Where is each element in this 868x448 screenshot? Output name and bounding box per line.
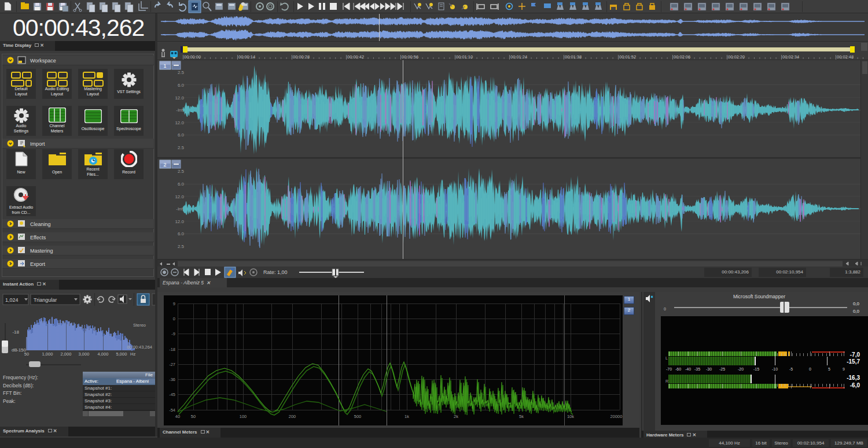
svg-text:5,000: 5,000 (116, 351, 127, 357)
svg-text:6.0: 6.0 (178, 83, 185, 88)
svg-text:00:00:56: 00:00:56 (402, 54, 418, 60)
svg-text:2,000: 2,000 (61, 351, 72, 357)
svg-text:00:01:38: 00:01:38 (565, 54, 582, 60)
svg-text:-25: -25 (719, 367, 725, 371)
svg-text:1: 1 (163, 63, 166, 69)
svg-text:0,0: 0,0 (853, 301, 860, 306)
svg-text:200: 200 (289, 414, 296, 419)
svg-text:4,000: 4,000 (98, 351, 109, 357)
svg-text:50: 50 (24, 351, 29, 357)
svg-text:500: 500 (354, 414, 362, 419)
svg-text:20000: 20000 (610, 414, 623, 419)
svg-text:2: 2 (163, 162, 166, 168)
svg-text:Triangular: Triangular (34, 297, 57, 303)
svg-text:6.0: 6.0 (178, 231, 185, 236)
svg-text:00:01:52: 00:01:52 (619, 54, 636, 60)
svg-text:0: 0 (809, 367, 811, 371)
svg-text:6.0: 6.0 (178, 182, 185, 187)
svg-text:1,000: 1,000 (42, 351, 53, 357)
svg-text:10k: 10k (567, 414, 574, 419)
svg-text:9: 9 (173, 301, 175, 306)
svg-text:2.5: 2.5 (178, 70, 185, 75)
svg-text:2.5: 2.5 (178, 244, 185, 249)
svg-text:0: 0 (664, 307, 666, 311)
svg-text:-Inf.: -Inf. (176, 206, 184, 212)
svg-text:-70: -70 (666, 367, 672, 371)
svg-text:00:01:10: 00:01:10 (456, 54, 473, 60)
svg-text:-6,0: -6,0 (850, 382, 860, 388)
svg-text:-36: -36 (169, 377, 175, 382)
svg-text:-16,3: -16,3 (847, 375, 860, 381)
svg-text:00:00:14: 00:00:14 (238, 54, 255, 60)
svg-text:2.5: 2.5 (178, 145, 185, 150)
svg-text:-15: -15 (753, 367, 759, 371)
svg-text:12.0: 12.0 (175, 194, 184, 199)
svg-text:0: 0 (173, 316, 175, 321)
svg-text:-18: -18 (12, 329, 19, 335)
svg-text:5: 5 (828, 367, 830, 371)
svg-text:1,024: 1,024 (5, 297, 19, 303)
svg-text:-Inf.: -Inf. (176, 108, 184, 113)
svg-text:R: R (665, 379, 668, 383)
svg-text:00:02:48: 00:02:48 (837, 54, 854, 60)
svg-text:-54: -54 (169, 408, 175, 413)
svg-text:1k: 1k (404, 414, 409, 419)
svg-text:2k: 2k (454, 414, 458, 419)
svg-text:00:00:28: 00:00:28 (293, 54, 310, 60)
svg-text:00:01:24: 00:01:24 (510, 54, 527, 60)
svg-text:-20: -20 (738, 367, 744, 371)
svg-text:L: L (665, 356, 668, 360)
svg-text:Hz: Hz (130, 351, 135, 357)
svg-text:3,000: 3,000 (79, 351, 90, 357)
svg-text:12.0: 12.0 (175, 120, 184, 125)
svg-text:Microsoft Soundmapper: Microsoft Soundmapper (733, 294, 785, 299)
svg-text:-45: -45 (169, 392, 175, 397)
svg-text:12.0: 12.0 (175, 219, 184, 224)
svg-text:-10: -10 (772, 367, 778, 371)
svg-text:-40: -40 (685, 367, 691, 371)
svg-text:-27: -27 (169, 362, 175, 367)
svg-text:00:02:06: 00:02:06 (674, 54, 690, 60)
svg-text:-60: -60 (675, 367, 681, 371)
svg-text:Rate: 1,00: Rate: 1,00 (263, 269, 288, 275)
svg-text:-35: -35 (694, 367, 700, 371)
svg-text:Stereo: Stereo (133, 323, 146, 328)
svg-text:5k: 5k (519, 414, 524, 419)
svg-text:00:00:42: 00:00:42 (347, 54, 364, 60)
svg-text:-18: -18 (169, 347, 175, 352)
svg-text:00:00:00: 00:00:00 (184, 54, 201, 60)
svg-text:-9: -9 (171, 331, 175, 336)
svg-text:-5: -5 (789, 367, 793, 371)
svg-text:6.0: 6.0 (178, 132, 185, 138)
svg-text:50: 50 (191, 414, 196, 419)
svg-text:00:00:43,264: 00:00:43,264 (127, 345, 152, 350)
svg-text:2.5: 2.5 (178, 169, 185, 174)
svg-text:-15,7: -15,7 (847, 358, 860, 365)
svg-text:100: 100 (240, 414, 247, 419)
svg-text:40: 40 (175, 414, 180, 419)
svg-text:00:02:34: 00:02:34 (782, 54, 799, 60)
svg-text:-7,0: -7,0 (850, 351, 860, 358)
svg-text:-30: -30 (706, 367, 712, 371)
svg-text:00:02:20: 00:02:20 (728, 54, 745, 60)
svg-text:0,0: 0,0 (853, 309, 860, 314)
svg-text:12.0: 12.0 (175, 95, 184, 101)
svg-text:9: 9 (843, 367, 845, 371)
